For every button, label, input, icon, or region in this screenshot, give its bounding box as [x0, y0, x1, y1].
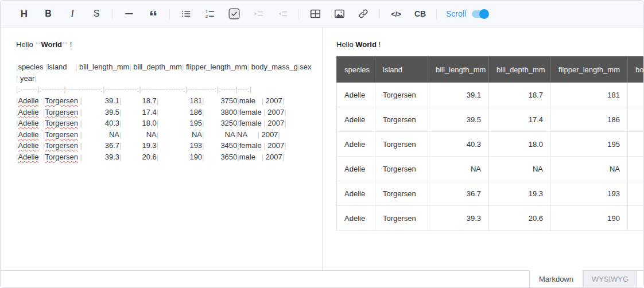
table-icon	[310, 9, 321, 19]
markdown-token: |	[80, 141, 82, 150]
preview-table-cell: Adelie	[337, 181, 375, 206]
preview-table-cell: 39.1	[428, 83, 489, 107]
image-icon	[334, 9, 345, 19]
heading-button[interactable]: H	[15, 5, 33, 23]
markdown-token: Adelie	[18, 96, 38, 105]
markdown-token: Adelie	[18, 119, 38, 127]
image-button[interactable]	[330, 5, 348, 23]
markdown-token: -----------------:	[141, 85, 185, 94]
preview-table-cell: 18.0	[489, 132, 551, 157]
preview-table-header-cell: species	[337, 57, 375, 83]
preview-table-cell: 17.4	[489, 107, 551, 132]
markdown-token: |	[157, 141, 158, 150]
task-list-button[interactable]	[225, 5, 243, 23]
preview-table-cell: Torgersen	[375, 83, 428, 107]
markdown-token: |	[237, 119, 239, 127]
preview-table-header-cell: body_mass_g	[628, 57, 644, 83]
link-button[interactable]	[354, 5, 373, 23]
markdown-token: Torgersen	[45, 153, 78, 161]
italic-icon: I	[71, 9, 74, 19]
markdown-token: |	[157, 96, 158, 105]
scroll-sync-toggle[interactable]	[472, 10, 488, 18]
markdown-line[interactable]: |Adelie |Torgersen | NA| NA| NA| NA|NA |…	[16, 129, 317, 141]
code-block-button[interactable]: CB	[411, 5, 429, 23]
markdown-line[interactable]: |Adelie |Torgersen | 39.1| 18.7| 181| 37…	[16, 95, 317, 107]
markdown-token: |	[119, 119, 121, 127]
markdown-token: |	[278, 130, 280, 139]
preview-table-row: AdelieTorgersen39.517.41863800	[337, 107, 644, 132]
inline-code-button[interactable]: </>	[387, 5, 405, 23]
preview-table-cell: Torgersen	[375, 206, 428, 231]
markdown-token: |	[235, 130, 237, 139]
editor-main: Hello **World** ! |species |island | bil…	[1, 28, 643, 270]
blockquote-button[interactable]: “	[144, 5, 162, 23]
mode-tab-wysiwyg[interactable]: WYSIWYG	[583, 270, 637, 287]
preview-table-row: AdelieTorgersenNANANANA	[337, 157, 644, 181]
outdent-icon	[277, 9, 288, 19]
markdown-token: |	[202, 141, 204, 150]
markdown-token: |	[202, 130, 204, 139]
markdown-line[interactable]: |Adelie |Torgersen | 36.7| 19.3| 193| 34…	[16, 140, 317, 151]
markdown-token: |	[284, 141, 286, 150]
markdown-token: |	[263, 119, 265, 127]
markdown-token: |	[262, 153, 263, 161]
markdown-token: |	[247, 63, 249, 71]
markdown-token: |	[75, 63, 77, 71]
markdown-token: Adelie	[18, 130, 38, 139]
markdown-line[interactable]: Hello **World** !	[16, 39, 317, 50]
markdown-token: |	[157, 153, 158, 161]
preview-text: !	[377, 40, 381, 49]
preview-table-cell: Torgersen	[375, 181, 428, 206]
preview-table-header-cell: flipper_length_mm	[551, 57, 628, 83]
markdown-token: Torgersen	[45, 141, 78, 150]
markdown-token: Adelie	[18, 141, 38, 150]
toolbar-separator	[169, 9, 170, 19]
markdown-token: |	[129, 63, 131, 71]
markdown-token: |	[237, 96, 239, 105]
preview-table-cell: NA	[628, 157, 644, 181]
bullet-list-button[interactable]	[177, 5, 195, 23]
preview-bold-text: World	[355, 40, 377, 49]
ordered-list-button[interactable]: 1 2	[201, 5, 219, 23]
table-button[interactable]	[306, 5, 324, 23]
markdown-token: |	[263, 141, 265, 150]
preview-table-cell: 190	[551, 206, 628, 231]
markdown-line[interactable]: |Adelie |Torgersen | 39.3| 20.6| 190| 36…	[16, 151, 317, 163]
markdown-line[interactable]: |Adelie |Torgersen | 39.5| 17.4| 186| 38…	[16, 107, 317, 118]
markdown-line[interactable]: |Adelie |Torgersen | 40.3| 18.0| 195| 32…	[16, 118, 317, 129]
markdown-token: |	[80, 119, 82, 127]
markdown-pane[interactable]: Hello **World** ! |species |island | bil…	[1, 28, 323, 270]
markdown-token: |	[282, 96, 284, 105]
preview-table-cell: 40.3	[428, 132, 489, 157]
markdown-token: |	[202, 108, 204, 116]
markdown-token: |	[250, 85, 251, 94]
toolbar-separator	[436, 9, 437, 19]
italic-button[interactable]: I	[63, 5, 82, 23]
indent-button	[249, 5, 267, 23]
preview-table-cell: 181	[551, 83, 628, 107]
preview-table-cell: Adelie	[337, 206, 375, 231]
markdown-token: |	[34, 74, 36, 83]
markdown-editor-content[interactable]: Hello **World** ! |species |island | bil…	[16, 39, 317, 163]
bold-button[interactable]: B	[39, 5, 57, 23]
preview-table-row: AdelieTorgersen39.320.61903650	[337, 206, 644, 231]
markdown-line[interactable]: |species |island | bill_length_mm| bill_…	[16, 61, 317, 84]
markdown-token: |	[262, 96, 263, 105]
strike-button[interactable]: S	[87, 5, 106, 23]
preview-table-cell: 36.7	[428, 181, 489, 206]
markdown-token: |	[298, 63, 300, 71]
markdown-editor-app: H B I S “	[0, 0, 644, 288]
mode-tab-markdown[interactable]: Markdown	[529, 270, 583, 287]
markdown-token: |	[80, 153, 82, 161]
preview-table: speciesislandbill_length_mmbill_depth_mm…	[336, 56, 643, 231]
horizontal-rule-button[interactable]	[120, 5, 138, 23]
heading-icon: H	[21, 9, 28, 19]
markdown-token: |	[119, 96, 121, 105]
markdown-token: |	[202, 96, 204, 105]
markdown-line[interactable]: |:-------|:---------|--------------:|---…	[16, 84, 317, 95]
preview-table-cell: Torgersen	[375, 132, 428, 157]
markdown-line[interactable]	[16, 50, 317, 62]
preview-table-header-row: speciesislandbill_length_mmbill_depth_mm…	[337, 57, 644, 83]
markdown-token: World	[41, 40, 62, 49]
preview-table-cell: 39.3	[428, 206, 489, 231]
